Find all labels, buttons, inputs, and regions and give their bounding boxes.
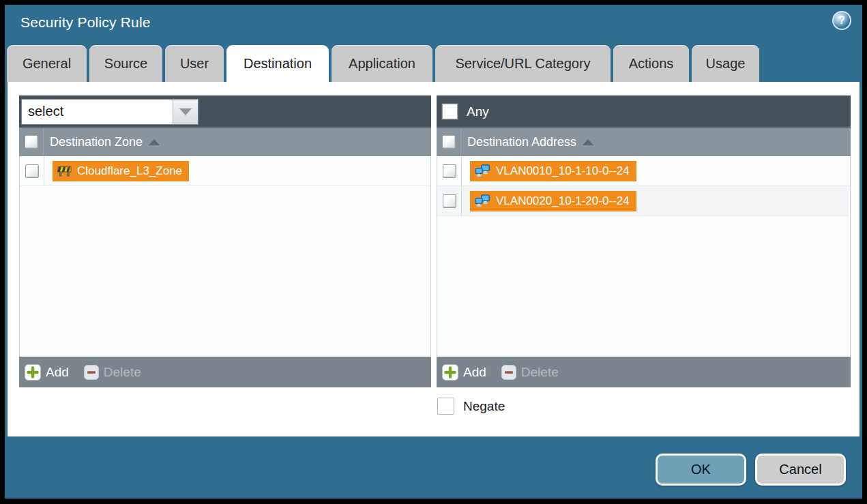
tab-service-url-category[interactable]: Service/URL Category [435, 45, 611, 82]
dialog-frame: Security Policy Rule ? General Source Us… [0, 0, 867, 504]
zone-list: Cloudflare_L3_Zone [19, 156, 431, 357]
any-address-checkbox[interactable] [442, 104, 458, 119]
address-item[interactable]: VLAN0010_10-1-10-0--24 [470, 161, 636, 181]
delete-zone-button[interactable]: Delete [84, 365, 141, 380]
destination-zone-panel: Destination Zone [19, 95, 431, 387]
address-icon [475, 164, 490, 177]
title-bar: Security Policy Rule ? [5, 5, 862, 45]
address-toolbar: Any [437, 95, 851, 128]
zone-column-header-row: Destination Zone [19, 128, 431, 156]
address-item-label: VLAN0020_10-1-20-0--24 [496, 194, 630, 208]
zone-toolbar [19, 95, 431, 128]
add-zone-button[interactable]: Add [25, 364, 69, 381]
zone-select-input[interactable] [22, 100, 173, 124]
address-row-checkbox[interactable] [443, 194, 456, 208]
zone-column-header[interactable]: Destination Zone [50, 135, 143, 149]
tab-application[interactable]: Application [332, 45, 432, 82]
dialog-actions: OK Cancel [656, 454, 846, 486]
negate-checkbox[interactable] [437, 398, 454, 415]
zone-item-label: Cloudflare_L3_Zone [77, 164, 182, 178]
sort-ascending-icon [583, 139, 593, 145]
delete-address-button[interactable]: Delete [501, 365, 559, 380]
tab-usage[interactable]: Usage [692, 45, 759, 82]
address-footer: Add Delete [437, 357, 851, 387]
destination-address-panel: Any Destination Address [437, 95, 851, 387]
delete-icon [84, 365, 99, 380]
address-item-label: VLAN0010_10-1-10-0--24 [496, 164, 630, 178]
zone-icon [57, 165, 72, 177]
address-item[interactable]: VLAN0020_10-1-20-0--24 [470, 191, 636, 211]
address-column-header[interactable]: Destination Address [467, 135, 576, 149]
select-all-addresses-checkbox[interactable] [442, 135, 456, 149]
any-address-label: Any [467, 104, 489, 119]
zone-footer: Add Delete [19, 357, 431, 387]
add-icon [25, 364, 41, 381]
cancel-button[interactable]: Cancel [755, 454, 846, 486]
delete-address-label: Delete [521, 365, 559, 380]
delete-icon [501, 365, 516, 380]
address-row: VLAN0010_10-1-10-0--24 [437, 156, 850, 186]
sort-ascending-icon [149, 139, 160, 145]
delete-zone-label: Delete [104, 365, 141, 380]
address-list: VLAN0010_10-1-10-0--24 [437, 156, 851, 357]
add-zone-label: Add [46, 365, 69, 380]
destination-tab-content: Destination Zone [8, 82, 859, 436]
tab-user[interactable]: User [165, 45, 224, 82]
address-icon [475, 194, 490, 207]
security-policy-rule-dialog: Security Policy Rule ? General Source Us… [5, 5, 862, 499]
tab-actions[interactable]: Actions [613, 45, 689, 82]
ok-button[interactable]: OK [656, 454, 746, 486]
address-row-checkbox[interactable] [443, 164, 456, 178]
negate-label: Negate [463, 399, 505, 414]
negate-row: Negate [437, 398, 505, 415]
zone-select-combobox [21, 99, 199, 125]
add-address-label: Add [463, 365, 486, 380]
address-column-header-row: Destination Address [437, 128, 851, 156]
add-icon [442, 364, 458, 381]
zone-row: Cloudflare_L3_Zone [20, 156, 430, 186]
dialog-title: Security Policy Rule [20, 14, 151, 31]
tab-bar: General Source User Destination Applicat… [7, 45, 759, 82]
select-all-zones-checkbox[interactable] [25, 135, 38, 149]
add-address-button[interactable]: Add [442, 364, 486, 381]
zone-item[interactable]: Cloudflare_L3_Zone [53, 161, 189, 181]
address-row: VLAN0020_10-1-20-0--24 [437, 186, 850, 216]
help-icon[interactable]: ? [832, 11, 851, 30]
tab-general[interactable]: General [7, 45, 87, 82]
zone-row-checkbox[interactable] [25, 164, 39, 178]
chevron-down-icon [179, 108, 192, 115]
zone-select-dropdown-button[interactable] [173, 100, 198, 124]
tab-destination[interactable]: Destination [226, 45, 329, 82]
tab-source[interactable]: Source [89, 45, 162, 82]
